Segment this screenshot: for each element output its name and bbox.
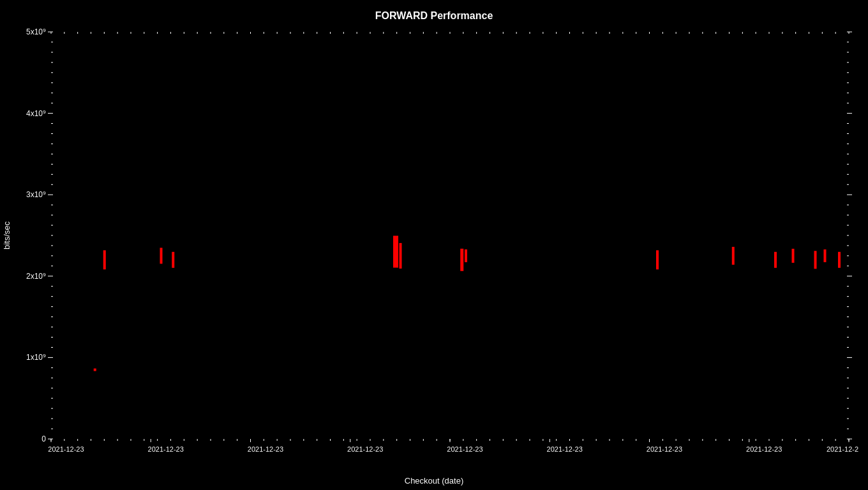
performance-chart: [0, 0, 868, 490]
chart-container: [0, 0, 868, 490]
